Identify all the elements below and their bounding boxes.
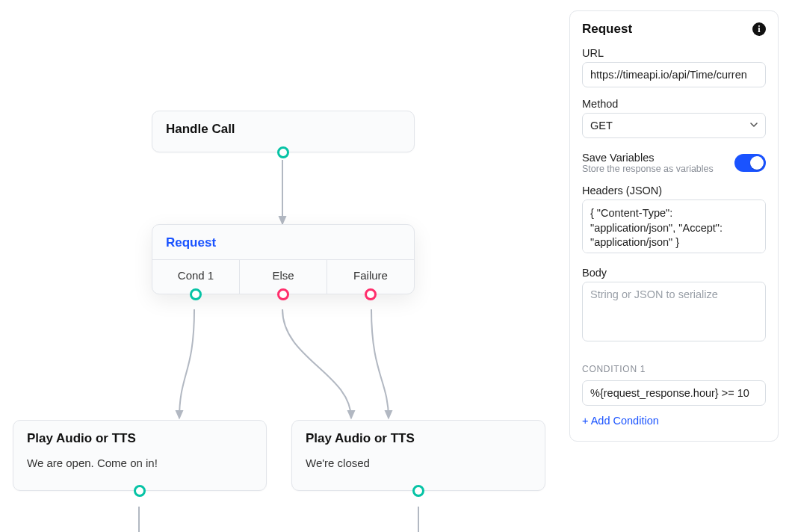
url-label: URL: [582, 47, 766, 59]
node-title: Play Audio or TTS: [292, 421, 545, 455]
node-play-open[interactable]: Play Audio or TTS We are open. Come on i…: [13, 420, 267, 491]
headers-input[interactable]: [582, 200, 766, 253]
save-variables-label: Save Variables: [582, 152, 714, 164]
method-select-wrap: GET: [582, 113, 766, 138]
branch-row: Cond 1 Else Failure: [152, 259, 414, 294]
node-title: Request: [152, 225, 414, 259]
node-play-closed[interactable]: Play Audio or TTS We're closed: [291, 420, 545, 491]
node-title: Handle Call: [152, 111, 414, 146]
branch-cond1[interactable]: Cond 1: [152, 260, 239, 294]
url-input[interactable]: [582, 62, 766, 87]
panel-header: Request i: [582, 22, 766, 37]
save-variables-sublabel: Store the response as variables: [582, 164, 714, 174]
save-variables-toggle[interactable]: [734, 154, 766, 172]
info-icon[interactable]: i: [752, 22, 766, 36]
node-title: Play Audio or TTS: [13, 421, 266, 455]
output-port-icon[interactable]: [365, 288, 377, 300]
condition-expression-input[interactable]: [582, 380, 766, 406]
branch-label: Else: [272, 269, 294, 282]
headers-label: Headers (JSON): [582, 185, 766, 197]
body-input[interactable]: [582, 282, 766, 341]
panel-title: Request: [582, 22, 632, 37]
inspector-panel: Request i URL Method GET Save Variables …: [569, 10, 779, 442]
output-port-icon[interactable]: [134, 485, 146, 497]
output-port-icon[interactable]: [412, 485, 424, 497]
node-handle-call[interactable]: Handle Call: [152, 111, 415, 152]
add-condition-button[interactable]: + Add Condition: [582, 415, 659, 427]
method-label: Method: [582, 98, 766, 110]
branch-else[interactable]: Else: [239, 260, 327, 294]
output-port-icon[interactable]: [277, 146, 289, 158]
branch-label: Failure: [353, 269, 388, 282]
output-port-icon[interactable]: [190, 288, 202, 300]
body-label: Body: [582, 267, 766, 279]
app-root: Handle Call Request Cond 1 Else Failure: [0, 0, 792, 532]
branch-label: Cond 1: [178, 269, 214, 282]
node-request[interactable]: Request Cond 1 Else Failure: [152, 224, 415, 294]
method-select[interactable]: GET: [582, 113, 766, 138]
save-variables-row: Save Variables Store the response as var…: [582, 152, 766, 174]
output-port-icon[interactable]: [277, 288, 289, 300]
branch-failure[interactable]: Failure: [327, 260, 414, 294]
condition-section-label: CONDITION 1: [582, 364, 766, 374]
